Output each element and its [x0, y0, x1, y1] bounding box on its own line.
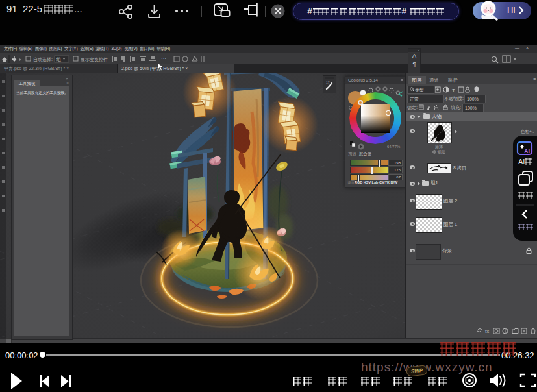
- svg-text:显示变换控件: 显示变换控件: [81, 57, 108, 62]
- svg-text:组: 组: [56, 57, 61, 62]
- svg-text:AI: AI: [524, 148, 530, 154]
- svg-text:fx: fx: [485, 328, 489, 334]
- svg-text:···: ···: [161, 56, 166, 62]
- svg-text:17: 17: [326, 80, 330, 84]
- svg-text:自动选择:: 自动选择:: [33, 57, 53, 62]
- svg-text:T: T: [452, 88, 455, 93]
- svg-text:64/77%: 64/77%: [387, 145, 401, 149]
